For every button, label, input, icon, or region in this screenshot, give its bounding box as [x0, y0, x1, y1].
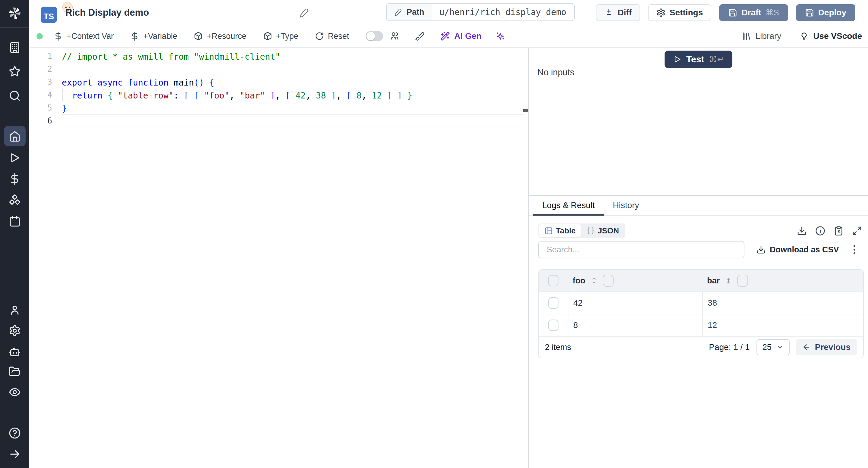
test-shortcut: ⌘↵ — [709, 55, 724, 64]
add-type-button[interactable]: +Type — [263, 32, 299, 41]
test-button[interactable]: Test ⌘↵ — [664, 51, 733, 68]
download-csv-button[interactable]: Download as CSV — [756, 245, 839, 255]
home-active-tile — [4, 126, 26, 146]
column-header-foo[interactable]: foo — [572, 276, 585, 286]
sidebar-item-audit[interactable] — [0, 382, 29, 402]
editor-scrollbar-marker[interactable] — [523, 109, 528, 112]
add-type-label: +Type — [276, 32, 299, 41]
reset-button[interactable]: Reset — [315, 32, 349, 41]
ai-sparkles-button[interactable] — [495, 31, 505, 41]
sidebar-item-variables[interactable] — [0, 169, 29, 189]
diff-button[interactable]: Diff — [596, 4, 640, 21]
settings-button[interactable]: Settings — [648, 4, 711, 21]
select-all-checkbox[interactable] — [548, 275, 558, 287]
path-value: u/henri/rich_display_demo — [432, 4, 574, 21]
table-cell: 42 — [568, 292, 702, 314]
play-icon — [9, 152, 21, 164]
search-input[interactable] — [538, 241, 744, 258]
code-editor[interactable]: 123456 // import * as wmill from "windmi… — [29, 47, 528, 468]
row-select-checkbox[interactable] — [548, 320, 558, 331]
calendar-icon — [9, 215, 21, 227]
view-table-option[interactable]: Table — [539, 224, 581, 237]
sidebar-item-runs[interactable] — [0, 148, 29, 167]
code-line-6[interactable] — [62, 114, 524, 127]
draft-label: Draft — [741, 8, 761, 18]
sidebar-item-home[interactable] — [0, 125, 29, 147]
braces-icon — [587, 227, 595, 235]
sidebar-item-resources[interactable] — [0, 190, 29, 210]
dollar-icon — [130, 32, 139, 41]
building-icon — [9, 41, 21, 54]
table-row[interactable]: 812 — [539, 314, 863, 337]
sort-icon[interactable] — [724, 277, 733, 285]
column-options-box[interactable] — [603, 275, 614, 287]
sidebar-item-folders[interactable] — [0, 362, 29, 381]
code-line-1[interactable]: // import * as wmill from "windmill-clie… — [62, 50, 524, 63]
sort-icon[interactable] — [590, 277, 598, 285]
robot-icon — [9, 346, 21, 358]
gear-icon — [9, 325, 21, 337]
table-row[interactable]: 4238 — [539, 292, 863, 314]
sidebar-item-search[interactable] — [0, 86, 29, 105]
ai-gen-button[interactable]: AI Gen — [440, 31, 481, 41]
user-icon — [9, 304, 21, 316]
header-actions: Diff Settings Draft ⌘S — [596, 4, 855, 21]
refresh-icon — [315, 32, 324, 41]
diff-mode-toggle[interactable] — [366, 31, 383, 41]
line-number-gutter: 123456 — [29, 50, 62, 127]
previous-page-button[interactable]: Previous — [796, 339, 857, 355]
format-button[interactable] — [415, 31, 425, 41]
cubes-icon — [9, 194, 21, 206]
test-label: Test — [686, 54, 704, 64]
add-context-var-button[interactable]: +Context Var — [54, 32, 114, 41]
code-line-2[interactable] — [62, 63, 524, 76]
content-area: 123456 // import * as wmill from "windmi… — [29, 47, 868, 468]
multiplayer-button[interactable] — [390, 31, 399, 41]
sidebar-item-user[interactable] — [0, 301, 29, 320]
sidebar — [0, 0, 29, 468]
code-line-4[interactable]: return { "table-row": [ [ "foo", "bar" ]… — [62, 89, 524, 101]
windmill-logo-icon[interactable] — [0, 4, 29, 23]
tab-history[interactable]: History — [604, 196, 648, 215]
add-resource-button[interactable]: +Resource — [194, 32, 246, 41]
sidebar-item-workers[interactable] — [0, 342, 29, 361]
table-cell: 38 — [702, 292, 863, 314]
column-options-box[interactable] — [737, 275, 748, 287]
sidebar-item-schedules[interactable] — [0, 211, 29, 231]
table-options-menu-button[interactable] — [854, 245, 855, 254]
draft-shortcut: ⌘S — [766, 8, 779, 18]
use-vscode-button[interactable]: Use VScode — [799, 31, 862, 41]
deploy-button[interactable]: Deploy — [796, 4, 855, 21]
clipboard-copy-icon[interactable] — [834, 226, 844, 236]
view-json-label: JSON — [598, 226, 619, 235]
sidebar-item-workspace[interactable] — [0, 38, 29, 57]
add-variable-button[interactable]: +Variable — [130, 32, 177, 41]
draft-button[interactable]: Draft ⌘S — [719, 4, 788, 21]
table-cell: 8 — [568, 314, 702, 336]
library-button[interactable]: Library — [742, 31, 781, 41]
sidebar-collapse-toggle[interactable] — [0, 444, 29, 464]
edit-summary-button[interactable] — [298, 6, 311, 19]
sidebar-item-favorites[interactable] — [0, 62, 29, 81]
items-count: 2 items — [545, 343, 571, 352]
column-header-bar[interactable]: bar — [707, 276, 720, 286]
code-line-5[interactable]: } — [62, 101, 524, 114]
info-icon[interactable] — [815, 226, 825, 236]
code-line-3[interactable]: export async function main() { — [62, 76, 524, 89]
view-json-option[interactable]: JSON — [581, 224, 624, 237]
page-size-select[interactable]: 25 — [756, 339, 789, 355]
code-content[interactable]: // import * as wmill from "windmill-clie… — [62, 50, 524, 127]
download-icon[interactable] — [797, 226, 807, 236]
path-field[interactable]: Path u/henri/rich_display_demo — [386, 3, 575, 21]
star-icon — [9, 65, 21, 77]
line-number: 4 — [29, 89, 62, 101]
tab-logs-result[interactable]: Logs & Result — [533, 196, 604, 215]
line-number: 2 — [29, 63, 62, 76]
sidebar-item-help[interactable] — [0, 424, 29, 443]
row-select-checkbox[interactable] — [548, 297, 558, 309]
expand-icon[interactable] — [852, 226, 862, 236]
path-label: Path — [407, 7, 424, 17]
arrow-right-icon — [9, 448, 21, 460]
settings-label: Settings — [670, 8, 703, 18]
sidebar-item-settings[interactable] — [0, 321, 29, 340]
